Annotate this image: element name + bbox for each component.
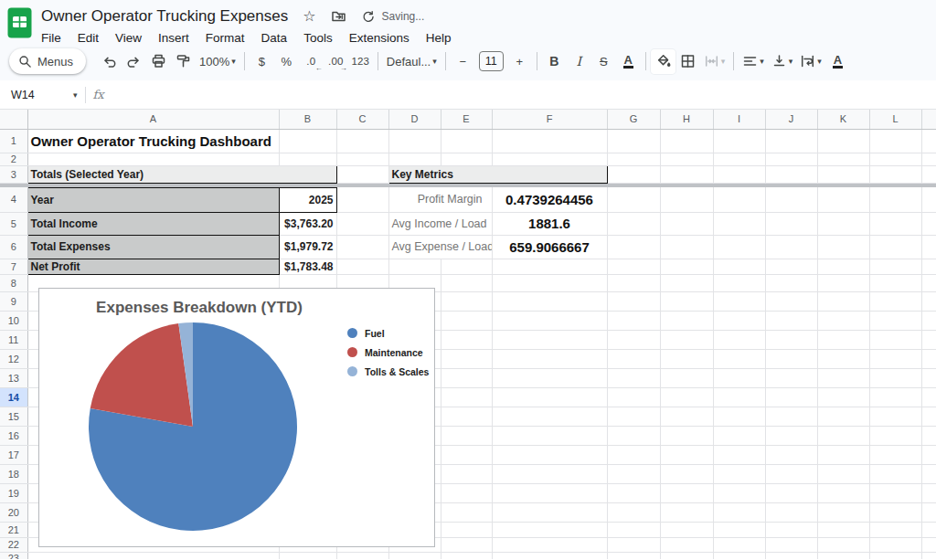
cell[interactable]: [660, 464, 713, 483]
cell[interactable]: [869, 311, 921, 330]
cell[interactable]: [336, 235, 388, 259]
cell[interactable]: [713, 445, 765, 464]
row-header-20[interactable]: 20: [0, 502, 27, 522]
cell[interactable]: [713, 426, 765, 445]
cell[interactable]: [660, 259, 713, 274]
row-header-7[interactable]: 7: [0, 259, 27, 274]
cell[interactable]: [817, 464, 869, 483]
cell[interactable]: [713, 368, 765, 387]
cell[interactable]: [765, 274, 817, 291]
vertical-align-button[interactable]: ▾: [768, 49, 797, 74]
row-header-14[interactable]: 14: [0, 387, 27, 407]
cell[interactable]: [869, 426, 921, 445]
cell[interactable]: [765, 235, 817, 259]
cell[interactable]: [921, 349, 936, 368]
cell[interactable]: [869, 522, 921, 537]
cell-avg-income-value[interactable]: 1881.6: [492, 212, 607, 235]
row-header-5[interactable]: 5: [0, 212, 27, 235]
cell-avg-expense-label[interactable]: Avg Expense / Load: [388, 235, 492, 259]
row-header-4[interactable]: 4: [0, 187, 27, 212]
cell[interactable]: [869, 464, 921, 483]
cell[interactable]: [869, 291, 921, 311]
column-header-G[interactable]: G: [607, 110, 660, 129]
cell[interactable]: [713, 187, 765, 212]
cell-total-expenses-value[interactable]: $1,979.72: [279, 235, 336, 259]
cell[interactable]: [765, 368, 817, 387]
menu-view[interactable]: View: [115, 31, 142, 45]
cell[interactable]: [713, 291, 765, 311]
redo-button[interactable]: [122, 49, 146, 74]
cell[interactable]: [765, 129, 817, 153]
cell[interactable]: [388, 259, 441, 274]
row-header-16[interactable]: 16: [0, 426, 27, 445]
horizontal-align-button[interactable]: ▾: [739, 49, 768, 74]
menu-edit[interactable]: Edit: [78, 31, 99, 45]
cell[interactable]: [765, 330, 817, 349]
cell[interactable]: [765, 502, 817, 522]
cell[interactable]: [492, 407, 607, 426]
cell[interactable]: [492, 537, 607, 552]
menu-insert[interactable]: Insert: [158, 31, 189, 45]
cell[interactable]: [921, 502, 936, 522]
text-rotation-button[interactable]: A: [825, 49, 850, 74]
cell[interactable]: [869, 235, 921, 259]
row-header-21[interactable]: 21: [0, 522, 27, 537]
cell[interactable]: [660, 387, 713, 407]
cell[interactable]: [607, 483, 660, 502]
doc-title[interactable]: Owner Operator Trucking Expenses: [41, 7, 288, 26]
cell[interactable]: [921, 291, 936, 311]
cell[interactable]: [869, 330, 921, 349]
cell[interactable]: [441, 522, 492, 537]
cell[interactable]: [388, 552, 441, 559]
cell[interactable]: [817, 537, 869, 552]
more-formats-button[interactable]: 123: [348, 49, 373, 74]
menu-data[interactable]: Data: [261, 31, 288, 45]
cell-total-income-value[interactable]: $3,763.20: [279, 212, 336, 235]
cell[interactable]: [765, 537, 817, 552]
cell[interactable]: [492, 483, 607, 502]
cell[interactable]: [27, 552, 279, 559]
font-select[interactable]: Defaul...▾: [383, 49, 441, 74]
row-header-15[interactable]: 15: [0, 407, 27, 426]
cell[interactable]: [492, 153, 607, 165]
row-header-9[interactable]: 9: [0, 291, 27, 311]
cell[interactable]: [765, 483, 817, 502]
cell[interactable]: [921, 426, 936, 445]
cell[interactable]: [660, 552, 713, 559]
cell[interactable]: [713, 274, 765, 291]
column-header-L[interactable]: L: [869, 110, 921, 129]
cell[interactable]: [921, 552, 936, 559]
cell[interactable]: [607, 212, 660, 235]
cell[interactable]: [660, 407, 713, 426]
increase-decimals-button[interactable]: .00→: [324, 49, 348, 74]
cell[interactable]: [765, 212, 817, 235]
cell-total-income-label[interactable]: Total Income: [27, 212, 279, 235]
cell[interactable]: [817, 368, 869, 387]
text-wrap-button[interactable]: ▾: [796, 49, 825, 74]
cell[interactable]: [441, 387, 492, 407]
cell[interactable]: [660, 212, 713, 235]
cell[interactable]: [817, 502, 869, 522]
cell[interactable]: [441, 537, 492, 552]
cell[interactable]: [441, 445, 492, 464]
cell[interactable]: [817, 311, 869, 330]
cell[interactable]: [607, 407, 660, 426]
cell[interactable]: [492, 330, 607, 349]
decrease-font-size-button[interactable]: −: [451, 49, 475, 74]
column-header-I[interactable]: I: [713, 110, 765, 129]
cell[interactable]: [441, 464, 492, 483]
cell[interactable]: [765, 311, 817, 330]
cell[interactable]: [660, 537, 713, 552]
cell[interactable]: [713, 165, 765, 183]
cell[interactable]: [492, 129, 607, 153]
cell[interactable]: [713, 387, 765, 407]
cell[interactable]: [921, 212, 936, 235]
cell[interactable]: [765, 153, 817, 165]
undo-button[interactable]: [97, 49, 122, 74]
cell[interactable]: [921, 407, 936, 426]
cell[interactable]: [441, 291, 492, 311]
cell[interactable]: [607, 502, 660, 522]
cell[interactable]: [817, 129, 869, 153]
cell[interactable]: [869, 483, 921, 502]
bold-button[interactable]: B: [542, 49, 567, 74]
